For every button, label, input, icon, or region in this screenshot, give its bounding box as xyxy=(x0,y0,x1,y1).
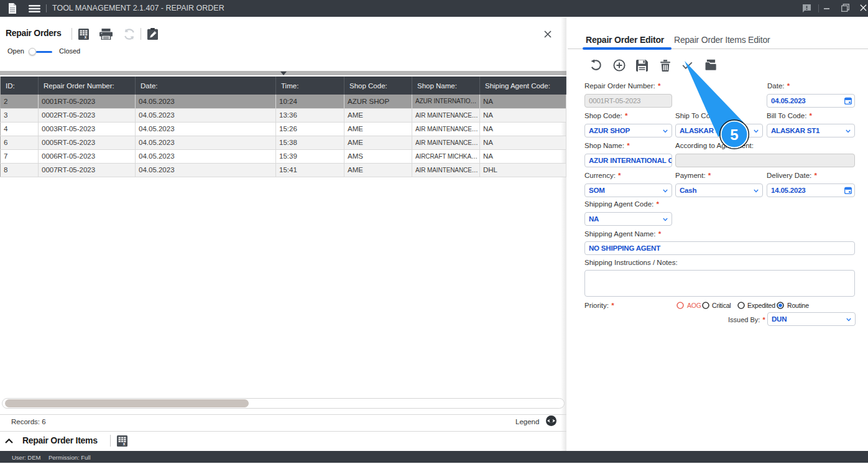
svg-text:5: 5 xyxy=(730,126,738,143)
svg-text:x: x xyxy=(123,442,126,446)
svg-text:x: x xyxy=(85,35,87,39)
